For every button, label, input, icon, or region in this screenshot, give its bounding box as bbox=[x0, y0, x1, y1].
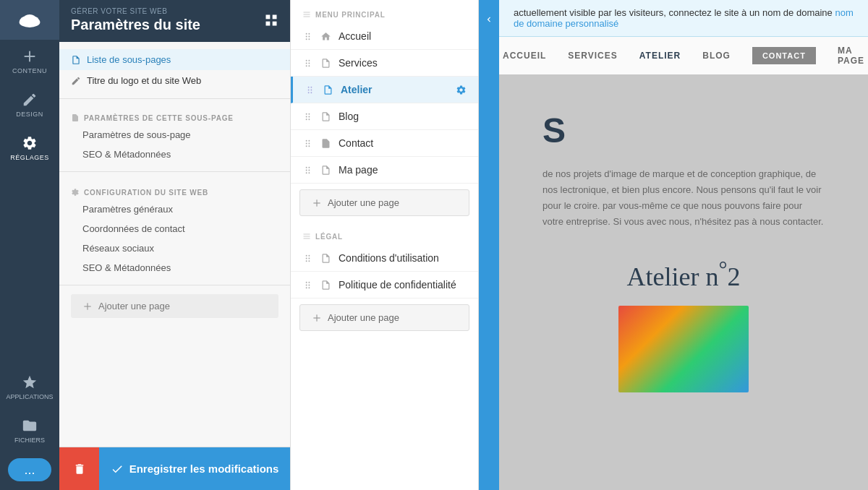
menu-add-page-principal[interactable]: Ajouter une page bbox=[299, 189, 469, 216]
panel-item-reseaux-sociaux[interactable]: Réseaux sociaux bbox=[59, 238, 290, 258]
panel-item-liste-sous-pages[interactable]: Liste de sous-pages bbox=[59, 49, 290, 70]
svg-point-3 bbox=[23, 14, 36, 23]
panel-add-page-button[interactable]: Ajouter une page bbox=[71, 294, 278, 318]
chat-button[interactable]: ... bbox=[8, 458, 51, 481]
preview-nav-contact[interactable]: CONTACT bbox=[752, 47, 816, 64]
config-icon bbox=[71, 188, 80, 197]
svg-point-34 bbox=[306, 113, 307, 114]
cloud-icon bbox=[17, 7, 43, 33]
svg-rect-5 bbox=[25, 56, 35, 57]
menu-item-services[interactable]: Services bbox=[291, 50, 478, 77]
preview-body-text: de nos projets d'image de marque et de c… bbox=[542, 166, 825, 230]
svg-rect-54 bbox=[304, 234, 310, 235]
sidebar-item-label-reglages: RÉGLAGES bbox=[10, 154, 49, 161]
preview-nav-services[interactable]: SERVICES bbox=[568, 51, 617, 61]
chat-label: ... bbox=[24, 463, 35, 478]
menu-item-atelier[interactable]: Atelier bbox=[291, 77, 478, 103]
menu-item-politique[interactable]: Politique de confidentialité bbox=[291, 272, 478, 298]
svg-point-21 bbox=[308, 38, 310, 40]
svg-point-45 bbox=[308, 145, 310, 147]
menu-item-label-blog: Blog bbox=[339, 111, 467, 122]
sidebar-item-design[interactable]: DESIGN bbox=[0, 83, 59, 126]
menu-panel: MENU PRINCIPAL Accueil Services Atelier … bbox=[291, 0, 479, 490]
svg-point-47 bbox=[308, 166, 310, 168]
svg-point-24 bbox=[306, 62, 307, 64]
menu-item-label-conditions: Conditions d'utilisation bbox=[339, 252, 467, 264]
svg-point-32 bbox=[308, 92, 310, 93]
svg-point-58 bbox=[308, 254, 310, 256]
menu-item-label-ma-page: Ma page bbox=[339, 164, 467, 176]
save-button[interactable]: Enregistrer les modifications bbox=[99, 447, 290, 490]
panel-item-params-generaux[interactable]: Paramètres généraux bbox=[59, 199, 290, 219]
menu-principal-label: MENU PRINCIPAL bbox=[315, 11, 386, 19]
sidebar-item-applications[interactable]: APPLICATIONS bbox=[0, 366, 59, 409]
svg-point-40 bbox=[306, 139, 307, 141]
svg-point-49 bbox=[308, 169, 310, 171]
drag-icon-contact bbox=[302, 138, 313, 149]
collapse-button[interactable] bbox=[479, 0, 499, 490]
checkmark-icon bbox=[111, 463, 124, 476]
svg-point-17 bbox=[308, 33, 310, 34]
svg-point-23 bbox=[308, 59, 310, 61]
svg-point-20 bbox=[306, 38, 307, 40]
menu-item-conditions[interactable]: Conditions d'utilisation bbox=[291, 245, 478, 272]
panel-item-params-sous-page[interactable]: Paramètres de sous-page bbox=[59, 125, 290, 145]
menu-add-page-label-principal: Ajouter une page bbox=[328, 197, 399, 208]
file-icon-politique bbox=[320, 280, 331, 291]
sidebar-item-label-contenu: CONTENU bbox=[12, 67, 47, 74]
delete-button[interactable] bbox=[59, 447, 99, 490]
panel-item-coordonnees[interactable]: Coordonnées de contact bbox=[59, 219, 290, 238]
svg-point-65 bbox=[306, 284, 307, 285]
preview-nav-accueil[interactable]: ACCUEIL bbox=[503, 51, 546, 61]
config-section-header: CONFIGURATION DU SITE WEB bbox=[59, 179, 290, 199]
panel-add-page-label: Ajouter une page bbox=[98, 301, 170, 311]
panel-item-seo-meta-global[interactable]: SEO & Métadonnées bbox=[59, 258, 290, 278]
preview-nav-ma-page[interactable]: MA PAGE bbox=[838, 46, 864, 66]
sidebar-item-contenu[interactable]: CONTENU bbox=[0, 40, 59, 83]
menu-add-page-legal[interactable]: Ajouter une page bbox=[299, 304, 469, 331]
file-icon-conditions bbox=[320, 253, 331, 264]
sidebar-bottom: APPLICATIONS FICHIERS ... bbox=[0, 366, 59, 490]
svg-point-63 bbox=[306, 281, 307, 283]
star-icon bbox=[22, 374, 38, 390]
preview-nav-blog[interactable]: BLOG bbox=[702, 51, 731, 61]
subpage-settings-label: PARAMÈTRES DE CETTE SOUS-PAGE bbox=[84, 114, 234, 122]
svg-point-37 bbox=[308, 116, 310, 117]
preview-nav-atelier[interactable]: ATELIER bbox=[639, 51, 681, 61]
svg-point-38 bbox=[306, 119, 307, 120]
menu-item-accueil[interactable]: Accueil bbox=[291, 23, 478, 50]
menu-item-contact[interactable]: Contact bbox=[291, 130, 478, 157]
menu-item-label-contact: Contact bbox=[339, 137, 467, 149]
svg-point-51 bbox=[308, 172, 310, 173]
gear-icon-atelier[interactable] bbox=[456, 85, 467, 95]
panel-header: GÉRER VOTRE SITE WEB Paramètres du site bbox=[59, 0, 290, 42]
pages-section: Liste de sous-pages Titre du logo et du … bbox=[59, 42, 290, 99]
file-icon-services bbox=[320, 58, 331, 69]
sidebar-item-fichiers[interactable]: FICHIERS bbox=[0, 409, 59, 452]
svg-rect-12 bbox=[84, 306, 90, 306]
drag-icon-atelier bbox=[305, 85, 315, 95]
svg-point-66 bbox=[308, 284, 310, 285]
add-page-icon bbox=[82, 301, 93, 311]
sidebar: CONTENU DESIGN RÉGLAGES APPLICATIONS FIC… bbox=[0, 0, 59, 490]
drag-icon-politique bbox=[302, 280, 313, 291]
preview-nav: ACCUEIL SERVICES ATELIER BLOG CONTACT MA… bbox=[499, 37, 868, 74]
svg-point-31 bbox=[310, 89, 312, 90]
svg-point-25 bbox=[308, 62, 310, 64]
menu-legal-header: LÉGAL bbox=[291, 222, 478, 245]
site-preview: ACCUEIL SERVICES ATELIER BLOG CONTACT MA… bbox=[499, 37, 868, 490]
menu-principal-header: MENU PRINCIPAL bbox=[291, 0, 478, 23]
file-filled-icon-contact bbox=[320, 138, 331, 149]
file-icon-blog bbox=[320, 111, 331, 122]
panel-item-titre-logo[interactable]: Titre du logo et du site Web bbox=[59, 70, 290, 91]
notification-text: actuellement visible par les visiteurs, … bbox=[514, 7, 833, 18]
panel-item-seo-meta[interactable]: SEO & Métadonnées bbox=[59, 145, 290, 164]
sidebar-item-reglages[interactable]: RÉGLAGES bbox=[0, 126, 59, 170]
panel-item-label-titre: Titre du logo et du site Web bbox=[87, 75, 201, 86]
menu-item-label-accueil: Accueil bbox=[339, 30, 467, 42]
pencil-icon bbox=[71, 76, 81, 86]
svg-rect-13 bbox=[304, 12, 310, 13]
menu-item-ma-page[interactable]: Ma page bbox=[291, 157, 478, 184]
menu-item-blog[interactable]: Blog bbox=[291, 103, 478, 130]
preview-image-1 bbox=[618, 306, 749, 392]
